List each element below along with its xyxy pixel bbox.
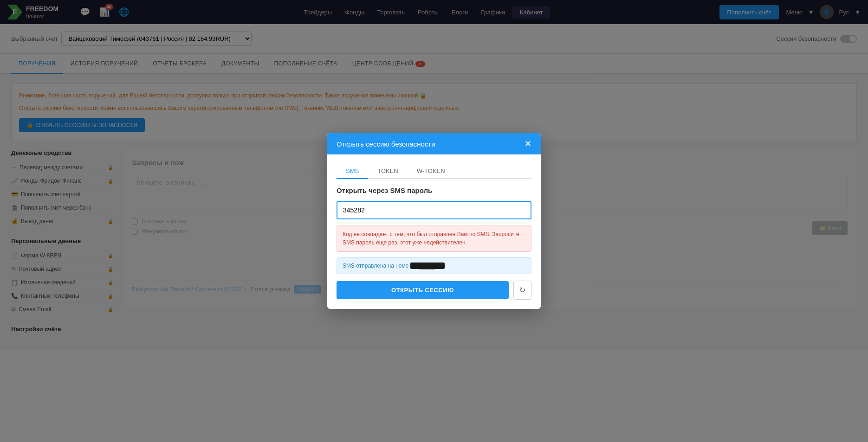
modal-footer: ОТКРЫТЬ СЕССИЮ ↻ [337, 281, 531, 300]
sms-code-input[interactable] [337, 201, 531, 219]
modal-overlay[interactable]: Открыть сессию безопасности ✕ SMS TOKEN … [0, 0, 868, 442]
modal-title: Открыть сессию безопасности [337, 140, 435, 148]
modal-tab-wtoken[interactable]: W-TOKEN [408, 164, 454, 179]
refresh-button[interactable]: ↻ [513, 281, 531, 300]
security-modal: Открыть сессию безопасности ✕ SMS TOKEN … [327, 133, 541, 309]
modal-subtitle: Открыть через SMS пароль [337, 186, 531, 194]
modal-body: SMS TOKEN W-TOKEN Открыть через SMS паро… [327, 154, 541, 309]
modal-header: Открыть сессию безопасности ✕ [327, 133, 541, 154]
modal-tabs: SMS TOKEN W-TOKEN [337, 164, 531, 179]
sms-sent-box: SMS отправлена на номе ████ [337, 257, 531, 274]
modal-tab-sms[interactable]: SMS [337, 164, 368, 179]
modal-tab-token[interactable]: TOKEN [368, 164, 408, 179]
sms-sent-text: SMS отправлена на номе [343, 263, 408, 269]
modal-close-button[interactable]: ✕ [525, 140, 531, 148]
error-box: Код не совпадает с тем, что был отправле… [337, 225, 531, 252]
open-session-modal-button[interactable]: ОТКРЫТЬ СЕССИЮ [337, 281, 509, 299]
sms-phone-redacted: ████ [410, 263, 445, 269]
